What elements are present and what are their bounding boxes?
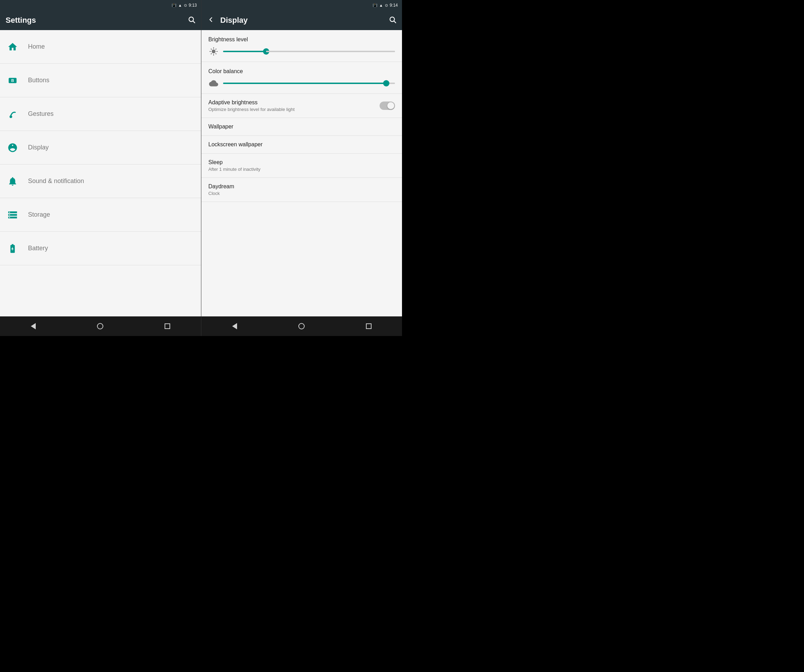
buttons-label: Buttons bbox=[28, 77, 49, 84]
settings-item-buttons[interactable]: B Buttons bbox=[0, 64, 201, 97]
left-toolbar: Settings bbox=[0, 10, 201, 30]
right-home-button[interactable] bbox=[298, 323, 305, 329]
display-list: Brightness level Color balance bbox=[201, 30, 402, 316]
settings-item-home[interactable]: Home bbox=[0, 30, 201, 64]
adaptive-brightness-item[interactable]: Adaptive brightness Optimize brightness … bbox=[201, 94, 402, 118]
display-back-button[interactable] bbox=[207, 16, 215, 25]
display-label: Display bbox=[28, 144, 49, 151]
daydream-title: Daydream bbox=[208, 183, 395, 190]
brightness-sun-icon bbox=[208, 46, 219, 57]
adaptive-brightness-subtitle: Optimize brightness level for available … bbox=[208, 107, 374, 112]
home-icon bbox=[6, 40, 20, 54]
brightness-slider[interactable] bbox=[223, 51, 395, 52]
lockscreen-wallpaper-title: Lockscreen wallpaper bbox=[208, 141, 395, 148]
gestures-icon bbox=[6, 107, 20, 121]
storage-label: Storage bbox=[28, 211, 50, 219]
back-button[interactable] bbox=[31, 323, 36, 329]
wallpaper-title: Wallpaper bbox=[208, 124, 395, 130]
display-search-button[interactable] bbox=[389, 16, 396, 25]
signal-icon: ▲ bbox=[178, 3, 182, 7]
vibrate-icon: 📳 bbox=[172, 3, 176, 8]
brightness-title: Brightness level bbox=[208, 36, 395, 43]
adaptive-brightness-title: Adaptive brightness bbox=[208, 99, 374, 106]
lockscreen-wallpaper-item[interactable]: Lockscreen wallpaper bbox=[201, 136, 402, 154]
brightness-slider-row bbox=[208, 46, 395, 57]
settings-item-battery[interactable]: Battery bbox=[0, 232, 201, 265]
settings-list: Home B Buttons Gestures bbox=[0, 30, 201, 316]
left-status-bar: 📳 ▲ ⊙ 9:13 bbox=[0, 0, 201, 10]
left-panel: 📳 ▲ ⊙ 9:13 Settings Home bbox=[0, 0, 201, 336]
right-vibrate-icon: 📳 bbox=[373, 3, 377, 8]
right-battery-icon: ⊙ bbox=[385, 3, 388, 8]
brightness-section: Brightness level bbox=[201, 30, 402, 62]
home-label: Home bbox=[28, 43, 45, 51]
display-title: Display bbox=[220, 16, 248, 25]
settings-item-storage[interactable]: Storage bbox=[0, 198, 201, 232]
adaptive-brightness-toggle[interactable] bbox=[379, 101, 395, 110]
left-nav-bar bbox=[0, 316, 201, 336]
display-icon bbox=[6, 141, 20, 155]
color-balance-slider-row bbox=[208, 78, 395, 88]
right-nav-bar bbox=[201, 316, 402, 336]
home-button[interactable] bbox=[97, 323, 103, 329]
battery-icon: ⊙ bbox=[184, 3, 187, 8]
settings-item-gestures[interactable]: Gestures bbox=[0, 97, 201, 131]
daydream-item[interactable]: Daydream Clock bbox=[201, 178, 402, 202]
svg-line-6 bbox=[394, 21, 396, 23]
sound-label: Sound & notification bbox=[28, 178, 84, 185]
left-time: 9:13 bbox=[189, 3, 197, 8]
daydream-subtitle: Clock bbox=[208, 191, 395, 196]
sleep-title: Sleep bbox=[208, 159, 395, 166]
right-back-button[interactable] bbox=[232, 323, 237, 329]
right-recents-button[interactable] bbox=[366, 323, 371, 329]
right-toolbar: Display bbox=[201, 10, 402, 30]
color-balance-section: Color balance bbox=[201, 62, 402, 94]
search-button[interactable] bbox=[188, 16, 195, 25]
color-balance-slider[interactable] bbox=[223, 83, 395, 84]
right-status-bar: 📳 ▲ ⊙ 9:14 bbox=[201, 0, 402, 10]
right-time: 9:14 bbox=[390, 3, 398, 8]
settings-title: Settings bbox=[6, 16, 36, 25]
sleep-item[interactable]: Sleep After 1 minute of inactivity bbox=[201, 154, 402, 178]
color-balance-cloud-icon bbox=[208, 78, 219, 88]
battery-label: Battery bbox=[28, 245, 48, 252]
svg-line-1 bbox=[193, 21, 195, 23]
settings-item-sound[interactable]: Sound & notification bbox=[0, 165, 201, 198]
right-panel: 📳 ▲ ⊙ 9:14 Display Brightness level bbox=[201, 0, 402, 336]
color-balance-title: Color balance bbox=[208, 68, 395, 75]
settings-item-display[interactable]: Display bbox=[0, 131, 201, 165]
sleep-subtitle: After 1 minute of inactivity bbox=[208, 166, 395, 172]
svg-text:B: B bbox=[11, 78, 14, 82]
buttons-icon: B bbox=[6, 73, 20, 88]
wallpaper-item[interactable]: Wallpaper bbox=[201, 118, 402, 136]
right-signal-icon: ▲ bbox=[379, 3, 383, 7]
recents-button[interactable] bbox=[165, 323, 170, 329]
battery-icon-item bbox=[6, 241, 20, 256]
storage-icon bbox=[6, 208, 20, 222]
gestures-label: Gestures bbox=[28, 110, 54, 117]
sound-icon bbox=[6, 174, 20, 188]
